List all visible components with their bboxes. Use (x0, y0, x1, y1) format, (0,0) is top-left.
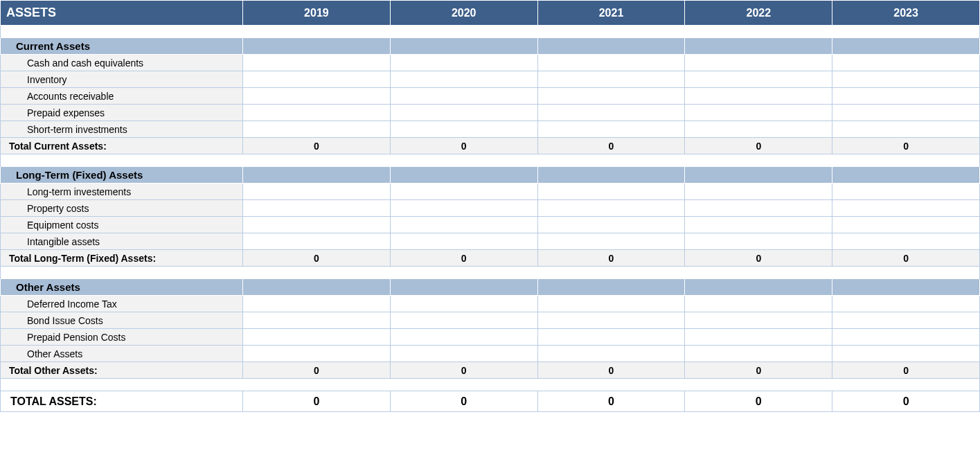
item-cell[interactable] (390, 296, 537, 312)
subtotal-cell: 0 (537, 362, 685, 379)
item-cell[interactable] (390, 184, 537, 200)
grand-total-row: TOTAL ASSETS: 0 0 0 0 0 (1, 391, 980, 412)
item-cell[interactable] (832, 71, 980, 88)
item-cell[interactable] (390, 217, 537, 233)
item-cell[interactable] (537, 329, 685, 346)
item-cell[interactable] (390, 71, 537, 88)
item-cell[interactable] (685, 217, 832, 233)
grand-total-label: TOTAL ASSETS: (1, 391, 243, 412)
item-cell[interactable] (685, 200, 832, 217)
item-cell[interactable] (832, 346, 980, 362)
header-year-1: 2020 (390, 1, 537, 26)
item-cell[interactable] (685, 121, 832, 138)
item-cell[interactable] (832, 296, 980, 312)
item-cell[interactable] (537, 312, 685, 329)
section-title: Current Assets (1, 38, 243, 55)
item-cell[interactable] (390, 55, 537, 71)
item-cell[interactable] (832, 233, 980, 250)
subtotal-label: Total Long-Term (Fixed) Assets: (1, 250, 243, 267)
subtotal-cell: 0 (685, 362, 832, 379)
item-cell[interactable] (685, 329, 832, 346)
item-cell[interactable] (685, 105, 832, 121)
subtotal-cell: 0 (832, 362, 980, 379)
item-cell[interactable] (390, 200, 537, 217)
table-row: Accounts receivable (1, 88, 980, 105)
item-cell[interactable] (832, 184, 980, 200)
item-cell[interactable] (537, 184, 685, 200)
item-cell[interactable] (537, 71, 685, 88)
subtotal-label: Total Current Assets: (1, 138, 243, 154)
item-cell[interactable] (685, 55, 832, 71)
item-cell[interactable] (685, 233, 832, 250)
item-label: Property costs (1, 200, 243, 217)
item-cell[interactable] (832, 121, 980, 138)
item-cell[interactable] (243, 200, 391, 217)
item-label: Long-term investements (1, 184, 243, 200)
item-cell[interactable] (537, 233, 685, 250)
item-cell[interactable] (685, 71, 832, 88)
item-cell[interactable] (243, 346, 391, 362)
table-row: Cash and cash equivalents (1, 55, 980, 71)
table-row: Other Assets (1, 346, 980, 362)
item-cell[interactable] (243, 88, 391, 105)
item-cell[interactable] (537, 105, 685, 121)
item-cell[interactable] (537, 217, 685, 233)
item-cell[interactable] (390, 346, 537, 362)
subtotal-cell: 0 (390, 138, 537, 154)
section-title: Long-Term (Fixed) Assets (1, 167, 243, 184)
spacer-row (1, 379, 980, 391)
item-cell[interactable] (243, 233, 391, 250)
item-cell[interactable] (390, 88, 537, 105)
item-cell[interactable] (243, 121, 391, 138)
item-cell[interactable] (537, 88, 685, 105)
item-cell[interactable] (390, 105, 537, 121)
item-cell[interactable] (243, 71, 391, 88)
item-cell[interactable] (390, 312, 537, 329)
table-row: Bond Issue Costs (1, 312, 980, 329)
table-row: Prepaid Pension Costs (1, 329, 980, 346)
spacer-row (1, 26, 980, 38)
section-header-row: Current Assets (1, 38, 980, 55)
item-cell[interactable] (537, 200, 685, 217)
item-cell[interactable] (685, 184, 832, 200)
item-cell[interactable] (537, 346, 685, 362)
subtotal-cell: 0 (832, 250, 980, 267)
subtotal-row: Total Current Assets: 0 0 0 0 0 (1, 138, 980, 154)
subtotal-cell: 0 (685, 250, 832, 267)
item-label: Accounts receivable (1, 88, 243, 105)
header-year-0: 2019 (243, 1, 391, 26)
item-cell[interactable] (243, 105, 391, 121)
item-cell[interactable] (243, 217, 391, 233)
section-title: Other Assets (1, 279, 243, 296)
item-cell[interactable] (832, 88, 980, 105)
item-cell[interactable] (243, 329, 391, 346)
item-cell[interactable] (390, 233, 537, 250)
item-cell[interactable] (832, 105, 980, 121)
header-year-3: 2022 (685, 1, 832, 26)
item-label: Short-term investments (1, 121, 243, 138)
item-cell[interactable] (390, 329, 537, 346)
item-cell[interactable] (832, 200, 980, 217)
item-cell[interactable] (537, 121, 685, 138)
item-cell[interactable] (832, 312, 980, 329)
item-cell[interactable] (685, 296, 832, 312)
item-cell[interactable] (832, 55, 980, 71)
item-cell[interactable] (685, 312, 832, 329)
item-cell[interactable] (537, 55, 685, 71)
item-cell[interactable] (685, 88, 832, 105)
item-cell[interactable] (243, 296, 391, 312)
item-cell[interactable] (243, 55, 391, 71)
item-cell[interactable] (685, 346, 832, 362)
item-cell[interactable] (390, 121, 537, 138)
item-cell[interactable] (243, 184, 391, 200)
grand-total-cell: 0 (685, 391, 832, 412)
balance-sheet-table: ASSETS 2019 2020 2021 2022 2023 Current … (0, 0, 980, 412)
subtotal-label: Total Other Assets: (1, 362, 243, 379)
item-cell[interactable] (832, 217, 980, 233)
item-cell[interactable] (537, 296, 685, 312)
item-cell[interactable] (832, 329, 980, 346)
subtotal-cell: 0 (537, 250, 685, 267)
item-cell[interactable] (243, 312, 391, 329)
subtotal-cell: 0 (537, 138, 685, 154)
grand-total-cell: 0 (243, 391, 391, 412)
